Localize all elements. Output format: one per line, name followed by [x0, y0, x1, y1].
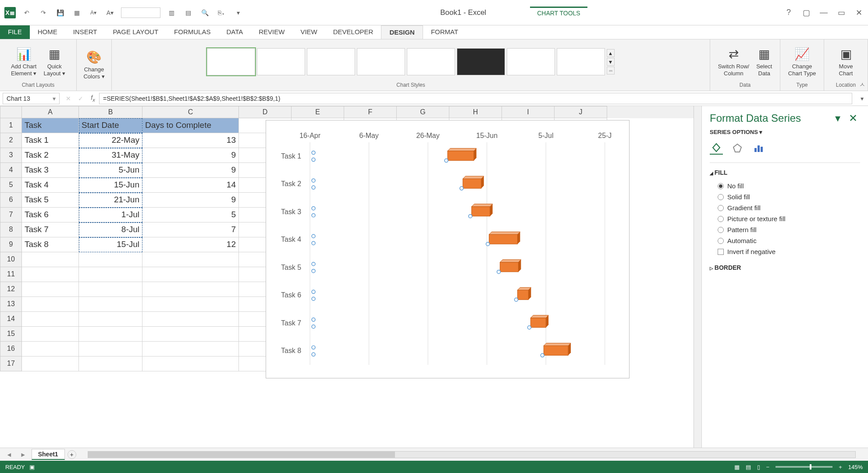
cell[interactable]	[79, 312, 142, 327]
cell[interactable]	[22, 327, 79, 342]
row-header[interactable]: 6	[0, 193, 22, 208]
col-header-b[interactable]: B	[79, 106, 142, 118]
border-section-header[interactable]: BORDER	[710, 261, 860, 274]
view-normal-button[interactable]: ▦	[734, 464, 740, 470]
row-header[interactable]: 14	[0, 312, 22, 327]
qat-more-button[interactable]: ▾	[232, 7, 244, 18]
col-header-c[interactable]: C	[142, 106, 239, 118]
cell[interactable]: Days to Complete	[142, 118, 239, 133]
sheet-nav-next[interactable]: ►	[18, 451, 29, 458]
fill-gradient-radio[interactable]: Gradient fill	[718, 202, 860, 213]
redo-button[interactable]: ↷	[38, 7, 49, 18]
tab-file[interactable]: FILE	[0, 25, 30, 39]
qat-btn-2[interactable]: ▥	[166, 7, 177, 18]
tab-design[interactable]: DESIGN	[381, 25, 423, 39]
cell[interactable]: Task 2	[22, 148, 79, 163]
quick-layout-button[interactable]: ▦Quick Layout ▾	[42, 46, 67, 78]
macro-record-icon[interactable]: ▣	[29, 464, 35, 470]
cell[interactable]	[79, 267, 142, 282]
tab-insert[interactable]: INSERT	[65, 25, 105, 39]
cell[interactable]	[79, 342, 142, 357]
col-header-f[interactable]: F	[344, 106, 397, 118]
cell[interactable]	[142, 342, 239, 357]
col-header-e[interactable]: E	[292, 106, 344, 118]
minimize-button[interactable]: —	[819, 8, 829, 18]
change-colors-button[interactable]: 🎨Change Colors ▾	[82, 49, 106, 81]
cell[interactable]: Task 7	[22, 222, 79, 237]
formula-input[interactable]: =SERIES(Sheet1!$B$1,Sheet1!$A$2:$A$9,She…	[99, 93, 852, 104]
tab-developer[interactable]: DEVELOPER	[325, 25, 381, 39]
cell[interactable]	[142, 252, 239, 267]
cell[interactable]: Task	[22, 118, 79, 133]
cell[interactable]: 15-Jun	[79, 178, 142, 193]
cell[interactable]	[79, 252, 142, 267]
fill-solid-radio[interactable]: Solid fill	[718, 191, 860, 202]
font-decrease-button[interactable]: A▾	[88, 7, 99, 18]
cell[interactable]: 22-May	[79, 133, 142, 148]
col-header-i[interactable]: I	[502, 106, 555, 118]
name-box[interactable]: Chart 13▾	[3, 93, 60, 104]
save-button[interactable]: 💾	[54, 7, 66, 18]
cell[interactable]	[142, 267, 239, 282]
cell[interactable]: 7	[142, 222, 239, 237]
cell[interactable]	[142, 312, 239, 327]
effects-tab[interactable]	[731, 141, 744, 155]
chart-style-6[interactable]	[457, 48, 505, 75]
tab-data[interactable]: DATA	[218, 25, 251, 39]
row-header[interactable]: 9	[0, 237, 22, 252]
cell[interactable]: Task 1	[22, 133, 79, 148]
fill-line-tab[interactable]	[710, 141, 723, 155]
vertical-scrollbar[interactable]	[694, 106, 701, 448]
gantt-chart[interactable]: 16-Apr6-May26-May15-Jun5-Jul25-JTask 1Ta…	[266, 120, 629, 378]
row-header[interactable]: 4	[0, 163, 22, 178]
formula-expand-button[interactable]: ▾	[856, 95, 868, 102]
fill-picture-radio[interactable]: Picture or texture fill	[718, 213, 860, 224]
cell[interactable]: Task 3	[22, 163, 79, 178]
ribbon-display-button[interactable]: ▢	[801, 8, 811, 18]
cell[interactable]: 5	[142, 208, 239, 222]
tab-format[interactable]: FORMAT	[423, 25, 466, 39]
cell[interactable]: 5-Jun	[79, 163, 142, 178]
cell[interactable]: Start Date	[79, 118, 142, 133]
row-header[interactable]: 16	[0, 342, 22, 357]
undo-button[interactable]: ↶	[21, 7, 32, 18]
row-header[interactable]: 17	[0, 357, 22, 371]
cell[interactable]: 14	[142, 178, 239, 193]
row-header[interactable]: 10	[0, 252, 22, 267]
cell[interactable]: 9	[142, 148, 239, 163]
chart-style-4[interactable]	[357, 48, 405, 75]
row-header[interactable]: 7	[0, 208, 22, 222]
col-header-j[interactable]: J	[555, 106, 607, 118]
cell[interactable]: 9	[142, 193, 239, 208]
fill-pattern-radio[interactable]: Pattern fill	[718, 224, 860, 235]
cell[interactable]: 13	[142, 133, 239, 148]
series-options-tab[interactable]	[752, 141, 765, 155]
tab-home[interactable]: HOME	[30, 25, 65, 39]
cell[interactable]	[22, 252, 79, 267]
cell[interactable]: 8-Jul	[79, 222, 142, 237]
sheet-nav-prev[interactable]: ◄	[4, 451, 15, 458]
style-scroll-down[interactable]: ▾	[607, 58, 615, 66]
row-header[interactable]: 1	[0, 118, 22, 133]
cell[interactable]	[22, 282, 79, 297]
tab-view[interactable]: VIEW	[292, 25, 325, 39]
fx-button[interactable]: fx	[87, 94, 99, 102]
close-button[interactable]: ✕	[854, 8, 864, 18]
qat-btn-5[interactable]: ⎘▾	[216, 7, 227, 18]
qat-btn-4[interactable]: 🔍	[199, 7, 210, 18]
change-chart-type-button[interactable]: 📈Change Chart Type	[786, 46, 818, 78]
qat-btn-3[interactable]: ▤	[182, 7, 194, 18]
formula-cancel-button[interactable]: ✕	[62, 95, 75, 102]
add-chart-element-button[interactable]: 📊Add Chart Element ▾	[9, 46, 39, 78]
select-data-button[interactable]: ▦Select Data	[754, 46, 774, 78]
tab-page-layout[interactable]: PAGE LAYOUT	[105, 25, 166, 39]
formula-enter-button[interactable]: ✓	[75, 95, 87, 102]
view-page-break-button[interactable]: ▯	[757, 464, 760, 470]
cell[interactable]	[79, 297, 142, 312]
chart-style-8[interactable]	[557, 48, 605, 75]
horizontal-scrollbar[interactable]	[88, 451, 856, 458]
cell[interactable]	[22, 342, 79, 357]
sheet-tab-sheet1[interactable]: Sheet1	[32, 449, 65, 460]
cell[interactable]: 1-Jul	[79, 208, 142, 222]
chart-style-2[interactable]	[257, 48, 305, 75]
